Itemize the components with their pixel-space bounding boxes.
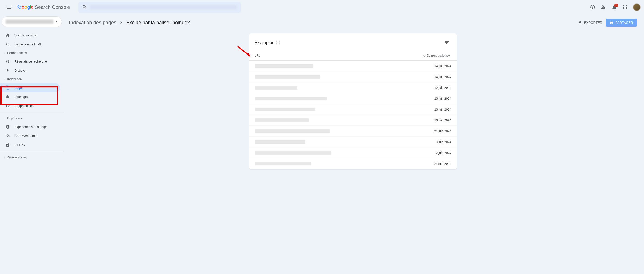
table-row[interactable]: 14 juil. 2024 <box>249 71 457 82</box>
google-logo-icon <box>17 5 34 10</box>
sidebar-item-overview[interactable]: Vue d'ensemble <box>0 31 60 40</box>
arrow-down-icon <box>422 54 426 57</box>
table-body: 14 juil. 202414 juil. 202412 juil. 20241… <box>249 61 457 169</box>
page-actions: EXPORTER PARTAGER <box>578 19 637 27</box>
url-cell <box>254 162 415 166</box>
sidebar-item-discover[interactable]: Discover <box>0 66 60 75</box>
nav-divider <box>0 151 64 152</box>
main-content: Indexation des pages Exclue par la balis… <box>64 15 644 274</box>
pages-icon <box>6 85 10 90</box>
date-cell: 10 juil. 2024 <box>415 108 451 111</box>
table-row[interactable]: 10 juil. 2024 <box>249 104 457 115</box>
column-date[interactable]: Dernière exploration <box>415 54 451 57</box>
chevron-down-icon <box>3 156 6 159</box>
app-header: Search Console 51 <box>0 0 644 15</box>
sidebar-item-label: Résultats de recherche <box>14 60 47 63</box>
search-input[interactable] <box>90 5 237 10</box>
sidebar-item-label: Discover <box>14 69 27 72</box>
filter-list-icon <box>444 40 450 45</box>
google-g-icon <box>6 59 10 64</box>
sidebar-section-ameliorations[interactable]: Améliorations <box>0 153 64 161</box>
url-blurred <box>254 97 327 100</box>
date-cell: 10 juil. 2024 <box>415 97 451 100</box>
notification-badge: 51 <box>614 4 618 7</box>
url-blurred <box>254 140 305 144</box>
breadcrumb: Indexation des pages Exclue par la balis… <box>69 20 192 26</box>
chevron-right-icon <box>119 20 124 25</box>
users-button[interactable] <box>599 3 608 12</box>
card-header: Exemples ? <box>249 34 457 51</box>
user-avatar[interactable] <box>633 4 640 11</box>
card-title: Exemples ? <box>254 40 280 45</box>
sidebar-section-indexation[interactable]: Indexation <box>0 75 64 83</box>
col-date-label: Dernière exploration <box>427 54 451 57</box>
sidebar-item-pages[interactable]: Pages <box>0 83 60 92</box>
nav-divider <box>0 112 64 112</box>
table-row[interactable]: 3 juin 2024 <box>249 136 457 148</box>
table-row[interactable]: 25 mai 2024 <box>249 158 457 169</box>
sidebar: Vue d'ensemble Inspection de l'URL Perfo… <box>0 15 64 274</box>
chevron-down-icon <box>3 117 6 119</box>
table-row[interactable]: 12 juil. 2024 <box>249 82 457 93</box>
download-icon <box>578 20 582 25</box>
table-row[interactable]: 10 juil. 2024 <box>249 93 457 104</box>
url-cell <box>254 64 415 68</box>
sidebar-item-page-experience[interactable]: Expérience sur la page <box>0 122 60 131</box>
url-cell <box>254 118 415 122</box>
col-url-label: URL <box>254 54 260 57</box>
sidebar-item-search-results[interactable]: Résultats de recherche <box>0 57 60 66</box>
home-icon <box>6 33 10 38</box>
url-cell <box>254 97 415 100</box>
apps-button[interactable] <box>620 3 630 12</box>
table-row[interactable]: 24 juin 2024 <box>249 126 457 136</box>
share-button[interactable]: PARTAGER <box>606 19 637 27</box>
date-cell: 25 mai 2024 <box>415 162 451 166</box>
table-row[interactable]: 2 juin 2024 <box>249 148 457 158</box>
sidebar-section-experience[interactable]: Expérience <box>0 114 64 122</box>
sidebar-item-url-inspection[interactable]: Inspection de l'URL <box>0 40 60 49</box>
hamburger-menu-button[interactable] <box>4 2 14 13</box>
breadcrumb-current: Exclue par la balise "noindex" <box>126 20 192 26</box>
notifications-button[interactable]: 51 <box>610 3 619 12</box>
chevron-down-icon <box>3 78 6 80</box>
product-logo[interactable]: Search Console <box>17 4 70 10</box>
sidebar-item-label: Sitemaps <box>14 95 28 99</box>
table-row[interactable]: 10 juil. 2024 <box>249 115 457 126</box>
url-inspection-search[interactable] <box>78 2 241 13</box>
export-button[interactable]: EXPORTER <box>578 20 602 25</box>
sidebar-item-https[interactable]: HTTPS <box>0 141 60 150</box>
sidebar-item-removals[interactable]: Suppressions <box>0 101 60 110</box>
breadcrumb-parent[interactable]: Indexation des pages <box>69 20 116 26</box>
table-row[interactable]: 14 juil. 2024 <box>249 61 457 71</box>
sidebar-section-performances[interactable]: Performances <box>0 49 64 57</box>
help-button[interactable] <box>588 3 597 12</box>
section-label: Performances <box>7 51 27 55</box>
url-cell <box>254 108 415 111</box>
header-actions: 51 <box>588 3 640 12</box>
date-cell: 24 juin 2024 <box>415 129 451 133</box>
sidebar-item-label: Inspection de l'URL <box>14 43 42 46</box>
search-icon <box>82 5 87 10</box>
property-selector[interactable] <box>2 16 62 27</box>
help-icon[interactable]: ? <box>276 41 280 44</box>
table-header: URL Dernière exploration <box>249 51 457 61</box>
plus-circle-icon <box>6 124 10 129</box>
date-cell: 14 juil. 2024 <box>415 75 451 79</box>
lock-icon <box>610 21 614 25</box>
chevron-down-icon <box>55 20 58 23</box>
title-text: Exemples <box>254 40 274 45</box>
filter-button[interactable] <box>442 38 451 47</box>
lock-icon <box>6 143 10 147</box>
column-url[interactable]: URL <box>254 54 415 57</box>
url-blurred <box>254 118 309 122</box>
date-cell: 2 juin 2024 <box>415 151 451 155</box>
discover-icon <box>6 68 10 73</box>
url-blurred <box>254 64 313 68</box>
sitemap-icon <box>6 94 10 99</box>
sidebar-item-core-web-vitals[interactable]: Core Web Vitals <box>0 131 60 141</box>
property-name-blurred <box>6 20 54 24</box>
url-cell <box>254 140 415 144</box>
breadcrumb-row: Indexation des pages Exclue par la balis… <box>69 16 637 29</box>
sidebar-item-sitemaps[interactable]: Sitemaps <box>0 92 60 101</box>
sidebar-item-label: Suppressions <box>14 104 34 108</box>
